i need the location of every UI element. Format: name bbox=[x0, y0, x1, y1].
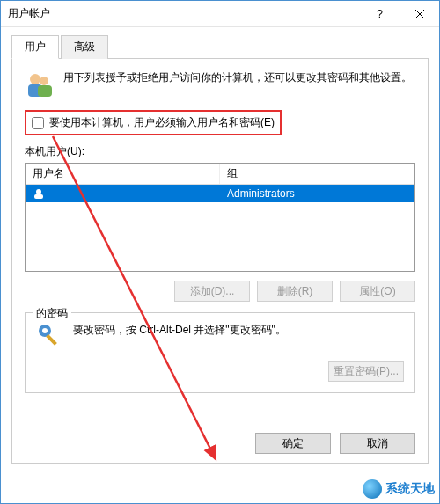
user-list-header: 用户名 组 bbox=[26, 164, 414, 185]
userlist-label: 本机用户(U): bbox=[25, 144, 415, 159]
tab-label: 高级 bbox=[74, 40, 95, 53]
require-password-checkbox-row: 要使用本计算机，用户必须输入用户名和密码(E) bbox=[25, 110, 282, 135]
window-controls: ? bbox=[360, 1, 439, 26]
properties-button[interactable]: 属性(O) bbox=[340, 281, 415, 302]
close-button[interactable] bbox=[400, 1, 439, 26]
user-list-row[interactable]: Administrators bbox=[26, 185, 414, 202]
svg-point-2 bbox=[30, 74, 40, 84]
user-accounts-dialog: 用户帐户 ? 用户 高级 用下列表授予或拒绝用户访问你的计算机，还可以更改其密码… bbox=[0, 0, 440, 504]
help-icon: ? bbox=[377, 8, 383, 20]
window-title: 用户帐户 bbox=[8, 6, 50, 21]
reset-password-button[interactable]: 重置密码(P)... bbox=[328, 361, 404, 382]
col-username[interactable]: 用户名 bbox=[26, 164, 220, 184]
svg-point-6 bbox=[36, 189, 41, 194]
tab-advanced[interactable]: 高级 bbox=[61, 35, 108, 59]
cancel-button[interactable]: 取消 bbox=[340, 433, 415, 454]
ok-button[interactable]: 确定 bbox=[255, 433, 331, 454]
password-desc: 要改密码，按 Ctrl-Alt-Del 并选择"更改密码"。 bbox=[73, 322, 286, 338]
user-icon bbox=[33, 187, 45, 200]
tab-label: 用户 bbox=[25, 40, 46, 53]
users-icon bbox=[25, 69, 55, 99]
svg-point-10 bbox=[42, 328, 48, 333]
svg-point-4 bbox=[40, 77, 48, 85]
watermark: 系统天地 bbox=[363, 479, 435, 499]
tab-panel-users: 用下列表授予或拒绝用户访问你的计算机，还可以更改其密码和其他设置。 要使用本计算… bbox=[11, 59, 429, 464]
titlebar[interactable]: 用户帐户 ? bbox=[1, 1, 439, 27]
intro-text: 用下列表授予或拒绝用户访问你的计算机，还可以更改其密码和其他设置。 bbox=[63, 69, 412, 99]
col-group[interactable]: 组 bbox=[220, 164, 414, 184]
tab-strip: 用户 高级 bbox=[11, 34, 429, 59]
dialog-body: 用户 高级 用下列表授予或拒绝用户访问你的计算机，还可以更改其密码和其他设置。 … bbox=[1, 27, 439, 474]
require-password-checkbox[interactable] bbox=[32, 117, 44, 129]
svg-rect-7 bbox=[34, 194, 43, 199]
svg-rect-9 bbox=[46, 334, 57, 346]
cell-group: Administrators bbox=[220, 186, 414, 201]
help-button[interactable]: ? bbox=[360, 1, 400, 26]
require-password-label: 要使用本计算机，用户必须输入用户名和密码(E) bbox=[49, 115, 275, 130]
key-icon bbox=[36, 322, 64, 350]
remove-user-button[interactable]: 删除(R) bbox=[257, 281, 333, 302]
password-group-legend: 的密码 bbox=[33, 306, 71, 321]
add-user-button[interactable]: 添加(D)... bbox=[174, 281, 250, 302]
dialog-footer: 确定 取消 bbox=[255, 433, 415, 454]
user-list[interactable]: 用户名 组 Administrators bbox=[25, 163, 415, 272]
watermark-logo-icon bbox=[363, 479, 382, 499]
svg-rect-5 bbox=[38, 85, 52, 97]
password-group: 的密码 要改密码，按 Ctrl-Alt-Del 并选择"更改密码"。 重置密码(… bbox=[25, 312, 415, 393]
cell-username bbox=[26, 186, 220, 201]
intro-row: 用下列表授予或拒绝用户访问你的计算机，还可以更改其密码和其他设置。 bbox=[25, 69, 415, 99]
user-buttons-row: 添加(D)... 删除(R) 属性(O) bbox=[25, 281, 415, 302]
tab-users[interactable]: 用户 bbox=[11, 35, 59, 59]
close-icon bbox=[415, 10, 424, 18]
watermark-text: 系统天地 bbox=[385, 481, 435, 497]
